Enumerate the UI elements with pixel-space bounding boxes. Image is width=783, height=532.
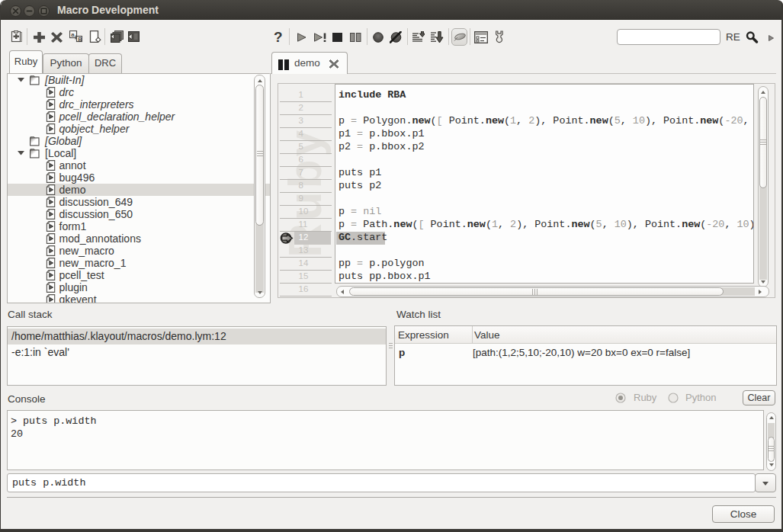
svg-text:B: B [78, 36, 82, 43]
svg-text:a: a [71, 31, 75, 38]
